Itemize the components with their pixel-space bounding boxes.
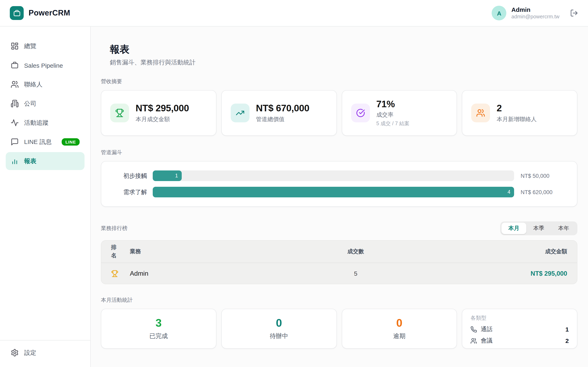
log-out-icon (570, 9, 578, 17)
card-pipeline-total-value: NT$ 670,000 管道總價值 (221, 90, 337, 136)
stage-amount: NT$ 50,000 (520, 173, 567, 179)
column-amount: 成交金額 (392, 248, 567, 255)
funnel-card: 初步接觸 1 NT$ 50,000 需求了解 4 NT$ 620,000 (101, 161, 577, 207)
stage-name: 需求了解 (111, 188, 147, 196)
type-value: 1 (565, 326, 569, 333)
types-label: 各類型 (471, 314, 569, 322)
leaderboard-table: 排名 業務 成交數 成交金額 Admin 5 NT$ 295,000 (101, 240, 577, 284)
sidebar-item-sales-pipeline[interactable]: Sales Pipeline (6, 56, 85, 74)
stat-label: 已完成 (149, 332, 168, 340)
rep-amount: NT$ 295,000 (392, 270, 567, 277)
trophy-icon (110, 104, 129, 122)
top-bar: PowerCRM A Admin admin@powercrm.tw (0, 0, 588, 26)
stat-value: NT$ 295,000 (136, 103, 189, 114)
leaderboard-section-label: 業務排行榜 (101, 225, 127, 232)
gear-icon (11, 349, 19, 357)
table-header-row: 排名 業務 成交數 成交金額 (101, 241, 577, 263)
page-subtitle: 銷售漏斗、業務排行與活動統計 (110, 59, 577, 67)
card-new-contacts: 2 本月新增聯絡人 (462, 90, 578, 136)
type-row-meetings: 會議 2 (471, 337, 569, 345)
building-icon (11, 100, 19, 108)
sidebar-item-settings[interactable]: 設定 (6, 344, 85, 362)
logout-button[interactable] (570, 9, 578, 17)
period-segmented-control: 本月 本季 本年 (500, 221, 577, 235)
funnel-bar-fill: 4 (153, 187, 514, 197)
card-activity-types: 各類型 通話 1 會議 2 (462, 309, 578, 349)
revenue-section-label: 營收摘要 (101, 78, 577, 85)
briefcase-icon (11, 61, 19, 69)
funnel-stage-row: 需求了解 4 NT$ 620,000 (111, 187, 567, 197)
brand: PowerCRM (10, 6, 70, 20)
briefcase-logo-icon (10, 6, 24, 20)
tab-this-year[interactable]: 本年 (551, 223, 576, 234)
leaderboard-head: 業務排行榜 本月 本季 本年 (101, 221, 577, 235)
line-badge: LINE (62, 138, 80, 146)
trending-up-icon (231, 104, 250, 122)
card-win-rate: 71% 成交率 5 成交 / 7 結案 (342, 90, 457, 136)
sidebar-item-reports[interactable]: 報表 (6, 152, 85, 170)
activity-card-grid: 3 已完成 0 待辦中 0 逾期 各類型 通話 1 (101, 309, 577, 349)
user-email: admin@powercrm.tw (511, 14, 559, 20)
rep-name: Admin (130, 270, 320, 277)
sidebar-footer: 設定 (0, 340, 90, 367)
funnel-bar-track: 4 (153, 187, 514, 197)
users-icon (471, 104, 490, 122)
sidebar-nav: 總覽 Sales Pipeline 聯絡人 公司 活動追蹤 (6, 37, 85, 170)
column-rank: 排名 (111, 244, 117, 259)
page-title: 報表 (110, 43, 577, 56)
stat-label: 待辦中 (270, 332, 288, 340)
page-head: 報表 銷售漏斗、業務排行與活動統計 (110, 43, 577, 67)
phone-icon (471, 326, 477, 333)
activity-section-label: 本月活動統計 (101, 296, 577, 304)
stat-value: NT$ 670,000 (256, 103, 310, 114)
column-deals: 成交數 (320, 248, 392, 255)
user-name: Admin (511, 6, 559, 14)
sidebar-item-companies[interactable]: 公司 (6, 95, 85, 113)
funnel-section-label: 管道漏斗 (101, 149, 577, 156)
stat-label: 逾期 (393, 332, 406, 340)
user-area: A Admin admin@powercrm.tw (492, 6, 578, 20)
sidebar-item-activity[interactable]: 活動追蹤 (6, 114, 85, 132)
stat-label: 成交率 (376, 111, 410, 119)
stat-sub: 5 成交 / 7 結案 (376, 120, 410, 127)
app-title: PowerCRM (29, 8, 70, 17)
column-name: 業務 (130, 248, 320, 255)
rep-deals: 5 (320, 270, 392, 277)
trophy-icon (111, 270, 130, 277)
avatar: A (492, 6, 507, 20)
bar-chart-icon (11, 157, 19, 165)
check-circle-icon (351, 104, 370, 122)
funnel-stage-row: 初步接觸 1 NT$ 50,000 (111, 170, 567, 181)
stat-value: 71% (376, 99, 410, 109)
stat-label: 本月新增聯絡人 (497, 116, 537, 123)
card-overdue: 0 逾期 (342, 309, 457, 349)
main-content: 報表 銷售漏斗、業務排行與活動統計 營收摘要 NT$ 295,000 本月成交金… (91, 26, 588, 367)
stat-label: 本月成交金額 (136, 116, 189, 123)
funnel-bar-fill: 1 (153, 170, 182, 181)
users-icon (11, 80, 19, 89)
tab-this-month[interactable]: 本月 (502, 223, 526, 234)
activity-icon (11, 119, 19, 127)
tab-this-quarter[interactable]: 本季 (526, 223, 551, 234)
type-value: 2 (565, 337, 569, 344)
sidebar-item-line-messages[interactable]: LINE 訊息 LINE (6, 133, 85, 151)
sidebar-item-overview[interactable]: 總覽 (6, 37, 85, 55)
message-icon (11, 138, 19, 146)
stat-value: 0 (396, 317, 402, 329)
card-pending: 0 待辦中 (221, 309, 337, 349)
app-window: PowerCRM A Admin admin@powercrm.tw 總覽 (0, 0, 588, 367)
funnel-bar-track: 1 (153, 170, 514, 181)
revenue-card-grid: NT$ 295,000 本月成交金額 NT$ 670,000 管道總價值 (101, 90, 577, 136)
stage-name: 初步接觸 (111, 172, 147, 180)
card-monthly-closed-amount: NT$ 295,000 本月成交金額 (101, 90, 216, 136)
stage-amount: NT$ 620,000 (520, 189, 567, 195)
dashboard-icon (11, 42, 19, 50)
sidebar-item-contacts[interactable]: 聯絡人 (6, 75, 85, 93)
stat-value: 0 (276, 317, 282, 329)
stat-value: 2 (497, 103, 537, 114)
stat-value: 3 (156, 317, 162, 329)
type-row-calls: 通話 1 (471, 325, 569, 333)
user-meta: Admin admin@powercrm.tw (511, 6, 559, 20)
card-completed: 3 已完成 (101, 309, 216, 349)
sidebar: 總覽 Sales Pipeline 聯絡人 公司 活動追蹤 (0, 26, 91, 367)
